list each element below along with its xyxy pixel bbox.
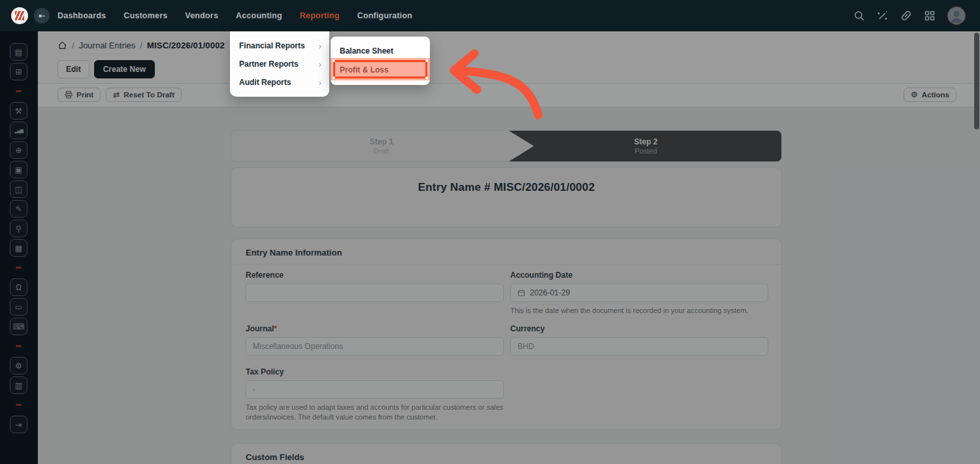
magic-wand-icon[interactable] [877,10,889,22]
menu-financial-reports[interactable]: Financial Reports › [230,37,329,55]
control-panel: / Journal Entries / MISC/2026/01/0002 Ed… [38,31,980,84]
reset-icon: ⇄ [113,91,120,99]
inventory-icon[interactable]: ◫ [10,180,27,198]
reference-label: Reference [246,271,504,280]
annotation-handle [425,76,429,80]
create-new-button[interactable]: Create New [94,60,155,78]
reset-to-draft-button[interactable]: ⇄ Reset To Draft [106,88,182,102]
logo-icon [15,11,24,20]
user-avatar[interactable] [947,7,966,25]
menu-balance-sheet[interactable]: Balance Sheet [331,42,430,60]
journal-input[interactable]: Miscellaneous Operations [246,337,504,356]
step-posted[interactable]: Step 2 Posted [509,131,782,161]
add-box-icon[interactable]: ⊕ [10,141,27,159]
pen-icon[interactable]: ✎ [10,200,27,218]
collapse-icon: ⇤ [39,11,45,20]
actions-button[interactable]: ⚙ Actions [904,88,956,102]
sidebar-collapse-button[interactable]: ⇤ [34,8,50,24]
services-icon[interactable]: ⚒ [10,102,27,120]
breadcrumb-record: MISC/2026/01/0002 [147,41,225,50]
breadcrumb-section[interactable]: Journal Entries [79,41,136,50]
annotation-handle [332,76,335,80]
sidebar-separator [10,396,27,414]
documents-icon[interactable]: ▭ [10,298,27,316]
print-button[interactable]: Print [57,88,101,102]
journal-label: Journal* [246,324,504,333]
nav-vendors[interactable]: Vendors [185,11,218,20]
status-stepper: Step 1 Draft Step 2 Posted [231,130,782,162]
currency-label: Currency [510,324,768,333]
custom-fields-heading: Custom Fields [246,452,304,462]
invoices-icon[interactable]: ▤ [10,43,27,61]
reporting-dropdown: Financial Reports › Partner Reports › Au… [230,31,329,97]
annotation-highlight-border [333,60,427,78]
printer-icon [65,91,73,99]
main-nav: Dashboards Customers Vendors Accounting … [57,11,412,20]
annotation-handle [425,59,429,62]
calendar-icon[interactable]: ▦ [10,239,27,257]
tax-policy-label: Tax Policy [246,367,504,376]
top-navbar: ⇤ Dashboards Customers Vendors Accountin… [0,0,980,31]
nav-configuration[interactable]: Configuration [357,11,413,20]
reports-chart-icon[interactable]: ▂▄▆ [10,122,27,139]
devices-icon[interactable]: ⌨ [10,318,27,335]
chevron-right-icon: › [319,41,321,51]
nav-reporting[interactable]: Reporting [300,11,340,20]
search-icon[interactable] [853,10,865,22]
main-content: / Journal Entries / MISC/2026/01/0002 Ed… [38,31,980,464]
menu-audit-reports[interactable]: Audit Reports › [230,73,329,91]
nav-customers[interactable]: Customers [123,11,167,20]
sidebar-divider [37,0,38,464]
settings-icon[interactable]: ⚙ [10,357,27,374]
breadcrumb: / Journal Entries / MISC/2026/01/0002 [57,41,225,50]
calendar-icon [517,289,525,297]
tasks-icon[interactable]: ▥ [10,376,27,394]
clipboard-icon[interactable]: ▣ [10,161,27,178]
custom-fields-card: Custom Fields [231,443,782,464]
sidebar-separator [10,259,27,276]
chevron-right-icon: › [319,78,321,88]
step-draft[interactable]: Step 1 Draft [231,131,532,161]
accounting-date-input[interactable]: 2026-01-29 [510,284,768,302]
required-asterisk: * [274,324,277,333]
edit-button[interactable]: Edit [57,60,90,78]
apps-grid-icon[interactable] [924,10,936,22]
logout-icon[interactable]: ⇥ [10,416,27,433]
annotation-handle [332,59,335,62]
section-heading: Entry Name Information [246,248,342,257]
nav-dashboards[interactable]: Dashboards [57,11,106,20]
tax-policy-helper: Tax policy are used to adapt taxes and a… [246,403,504,422]
audit-search-icon[interactable]: ⚲ [10,220,27,237]
entry-title-card: Entry Name # MISC/2026/01/0002 [231,167,782,227]
divider [231,264,781,265]
left-icon-sidebar: ▤ ⊞ ⚒ ▂▄▆ ⊕ ▣ ◫ ✎ ⚲ ▦ Ω ▭ ⌨ ⚙ ▥ ⇥ [0,31,37,464]
entry-title: Entry Name # MISC/2026/01/0002 [231,181,781,194]
accounting-date-label: Accounting Date [510,271,768,280]
gear-icon: ⚙ [911,91,918,99]
menu-partner-reports[interactable]: Partner Reports › [230,55,329,73]
entry-info-card: Entry Name Information Reference Account… [231,239,782,430]
support-icon[interactable]: Ω [10,278,27,296]
home-icon[interactable] [57,41,67,50]
currency-input[interactable]: BHD [510,337,768,356]
chevron-right-icon: › [319,59,321,69]
header-actions [853,0,980,31]
vertical-scrollbar[interactable] [974,33,979,129]
sidebar-separator [10,337,27,355]
tax-policy-input[interactable]: - [246,380,504,399]
nav-accounting[interactable]: Accounting [236,11,282,20]
reference-input[interactable] [246,284,504,302]
tag-icon[interactable] [900,10,912,22]
accounting-date-helper: This is the date when the document is re… [510,306,768,316]
app-logo[interactable] [11,7,28,24]
calculator-icon[interactable]: ⊞ [10,63,27,80]
sidebar-separator [10,82,27,100]
